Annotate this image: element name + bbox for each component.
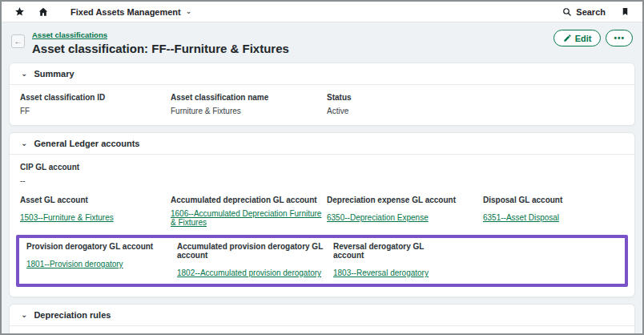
pencil-icon [563, 34, 572, 42]
field-label: Disposal GL account [483, 196, 611, 204]
field-disposal-gl-account: Disposal GL account 6351--Asset Disposal [483, 196, 611, 228]
field-value: FF [20, 107, 171, 115]
field-asset-classification-name: Asset classification name Furniture & Fi… [171, 93, 327, 115]
more-actions-button[interactable]: ••• [606, 30, 633, 46]
favorites-star-icon[interactable] [11, 4, 27, 20]
gl-account-link[interactable]: 1503--Furniture & Fixtures [20, 213, 114, 222]
gl-account-link[interactable]: 1606--Accumulated Depreciation Furniture… [171, 209, 327, 227]
chevron-down-icon: ⌄ [186, 8, 192, 15]
field-status: Status Active [327, 93, 483, 115]
field-depreciation-expense-gl-account: Depreciation expense GL account 6350--De… [327, 196, 483, 228]
status-value: Active [327, 107, 483, 115]
field-label: Provision derogatory GL account [26, 242, 177, 251]
app-menu-label: Fixed Assets Management [70, 7, 181, 17]
field-label: Status [327, 93, 483, 102]
gl-account-link[interactable]: 1801--Provision derogatory [26, 260, 123, 268]
search-label: Search [576, 7, 606, 17]
app-window: Fixed Assets Management ⌄ Search ← Asset… [0, 0, 644, 335]
field-asset-classification-id: Asset classification ID FF [20, 93, 171, 115]
top-bar: Fixed Assets Management ⌄ Search [2, 2, 642, 22]
back-button[interactable]: ← [11, 34, 25, 48]
page-header: ← Asset classifications Asset classifica… [2, 22, 642, 61]
summary-section-toggle[interactable]: ⌄ Summary [10, 63, 634, 85]
edit-button[interactable]: Edit [553, 30, 602, 46]
main-content: ⌄ Summary Asset classification ID FF Ass… [2, 61, 642, 333]
field-accumulated-depreciation-gl-account: Accumulated depreciation GL account 1606… [171, 196, 327, 228]
edit-button-label: Edit [575, 34, 592, 43]
chevron-down-icon: ⌄ [21, 311, 27, 319]
gl-account-link[interactable]: 6351--Asset Disposal [483, 213, 559, 222]
chevron-down-icon: ⌄ [21, 70, 27, 78]
bookmark-icon[interactable] [617, 4, 633, 20]
home-icon[interactable] [35, 4, 51, 20]
field-label: Depreciation expense GL account [327, 196, 483, 204]
gl-account-link[interactable]: 1803--Reversal derogatory [333, 268, 429, 277]
field-asset-gl-account: Asset GL account 1503--Furniture & Fixtu… [20, 196, 171, 228]
depreciation-rules-section-toggle[interactable]: ⌄ Depreciation rules [10, 305, 634, 326]
field-value: Furniture & Fixtures [171, 107, 327, 115]
annotation-box-derogatory-accounts: Provision derogatory GL account 1801--Pr… [16, 235, 628, 287]
section-title: Summary [34, 69, 74, 79]
field-label: Asset classification name [171, 93, 327, 102]
app-menu[interactable]: Fixed Assets Management ⌄ [70, 7, 191, 17]
search-icon [562, 7, 572, 17]
field-value: -- [20, 176, 624, 185]
summary-card: ⌄ Summary Asset classification ID FF Ass… [9, 63, 635, 126]
page-title: Asset classification: FF--Furniture & Fi… [32, 42, 289, 55]
search-button[interactable]: Search [562, 7, 606, 17]
section-title: Depreciation rules [34, 310, 111, 320]
field-provision-derogatory-gl-account: Provision derogatory GL account 1801--Pr… [26, 242, 177, 279]
gl-accounts-card: ⌄ General Ledger accounts CIP GL account… [9, 132, 635, 297]
depreciation-rules-card: ⌄ Depreciation rules Depreciation ...↑ D… [9, 304, 635, 333]
section-title: General Ledger accounts [34, 139, 139, 148]
field-label: Asset GL account [20, 196, 171, 204]
field-label: CIP GL account [20, 163, 624, 172]
ellipsis-icon: ••• [614, 34, 625, 42]
field-label: Reversal derogatory GL account [333, 242, 452, 260]
breadcrumb-link[interactable]: Asset classifications [32, 30, 107, 39]
field-label: Asset classification ID [20, 93, 171, 102]
field-reversal-derogatory-gl-account: Reversal derogatory GL account 1803--Rev… [333, 242, 452, 279]
field-label: Accumulated provision derogatory GL acco… [177, 242, 333, 260]
gl-account-link[interactable]: 1802--Accumulated provision derogatory [177, 268, 321, 277]
field-label: Accumulated depreciation GL account [171, 196, 327, 204]
gl-account-link[interactable]: 6350--Depreciation Expense [327, 213, 429, 222]
field-cip-gl-account: CIP GL account -- [20, 163, 624, 185]
left-arrow-icon: ← [14, 37, 22, 46]
chevron-down-icon: ⌄ [21, 139, 27, 147]
field-accumulated-provision-derogatory-gl-account: Accumulated provision derogatory GL acco… [177, 242, 333, 279]
gl-accounts-section-toggle[interactable]: ⌄ General Ledger accounts [10, 133, 634, 155]
